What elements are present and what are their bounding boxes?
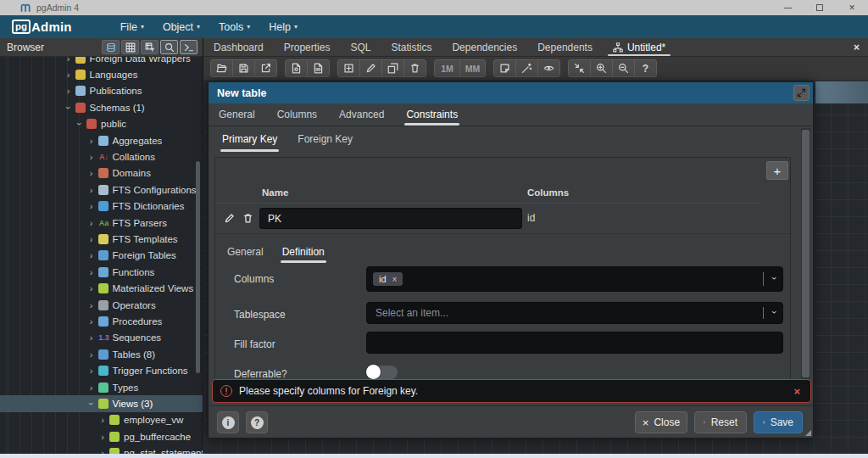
add-note-button[interactable] bbox=[493, 59, 516, 77]
menu-tools[interactable]: Tools▾ bbox=[209, 21, 259, 33]
dialog-header[interactable]: New table bbox=[209, 82, 813, 103]
tree-item-tables-8[interactable]: ›Tables (8) bbox=[0, 346, 203, 362]
menu-object[interactable]: Object▾ bbox=[153, 21, 209, 33]
window-close-button[interactable]: × bbox=[836, 0, 868, 15]
chevron-right-icon[interactable]: › bbox=[86, 136, 97, 146]
chevron-right-icon[interactable]: › bbox=[86, 250, 97, 260]
show-details-button[interactable] bbox=[537, 59, 560, 77]
chevron-down-icon[interactable]: › bbox=[75, 118, 85, 130]
zoom-fit-button[interactable] bbox=[568, 59, 591, 77]
chevron-right-icon[interactable]: › bbox=[86, 152, 97, 162]
tab-statistics[interactable]: Statistics bbox=[381, 38, 442, 56]
sql-help-button[interactable]: i bbox=[217, 411, 239, 433]
edit-node-button[interactable] bbox=[359, 59, 382, 77]
tree-item-foreign-tables[interactable]: ›Foreign Tables bbox=[0, 248, 203, 264]
tree-item-pg-buffercache[interactable]: ›pg_buffercache bbox=[0, 428, 203, 444]
tree-item-types[interactable]: ›Types bbox=[0, 379, 203, 395]
dialog-expand-button[interactable] bbox=[793, 85, 810, 101]
tree-item-foreign-data-wrappers[interactable]: ›Foreign Data Wrappers bbox=[0, 57, 203, 66]
zoom-in-button[interactable] bbox=[590, 59, 613, 77]
tree-item-languages[interactable]: ›Languages bbox=[0, 66, 203, 82]
chevron-right-icon[interactable]: › bbox=[86, 267, 97, 277]
terminal-button[interactable] bbox=[180, 40, 198, 54]
search-button[interactable] bbox=[160, 40, 178, 54]
tree-item-functions[interactable]: ›Functions bbox=[0, 264, 203, 280]
tab-dashboard[interactable]: Dashboard bbox=[203, 38, 274, 56]
help-button[interactable]: ? bbox=[634, 59, 657, 77]
tab-dependents[interactable]: Dependents bbox=[527, 38, 603, 56]
dialog-scrollbar[interactable] bbox=[801, 128, 810, 379]
chevron-right-icon[interactable]: › bbox=[86, 300, 97, 310]
inner-tab-general[interactable]: General bbox=[227, 241, 264, 263]
tablespace-select[interactable]: Select an item... › bbox=[366, 302, 783, 324]
clone-node-button[interactable] bbox=[381, 59, 404, 77]
auto-align-button[interactable] bbox=[515, 59, 538, 77]
tab-close-button[interactable]: × bbox=[845, 38, 868, 56]
chevron-right-icon[interactable]: › bbox=[97, 432, 108, 442]
tab-untitled[interactable]: Untitled* bbox=[603, 38, 676, 56]
chevron-right-icon[interactable]: › bbox=[86, 185, 97, 195]
chevron-down-icon[interactable]: › bbox=[86, 398, 97, 410]
tab-advanced[interactable]: Advanced bbox=[339, 103, 384, 126]
menu-file[interactable]: File▾ bbox=[111, 21, 153, 33]
tree-item-public[interactable]: ›public bbox=[0, 116, 203, 132]
chevron-right-icon[interactable]: › bbox=[86, 168, 97, 178]
tree-item-sequences[interactable]: ›1.3Sequences bbox=[0, 330, 203, 346]
chevron-right-icon[interactable]: › bbox=[86, 218, 97, 228]
add-node-button[interactable] bbox=[337, 59, 360, 77]
delete-node-button[interactable] bbox=[403, 59, 426, 77]
generate-sql-button[interactable] bbox=[285, 59, 308, 77]
save-button[interactable]: Save bbox=[754, 411, 803, 433]
filter-grid-button[interactable] bbox=[141, 40, 159, 54]
chevron-right-icon[interactable]: › bbox=[63, 70, 75, 80]
save-file-button[interactable] bbox=[232, 59, 255, 77]
chevron-down-icon[interactable]: › bbox=[64, 102, 74, 114]
tree-item-trigger-functions[interactable]: ›Trigger Functions bbox=[0, 362, 203, 378]
database-button[interactable] bbox=[102, 40, 120, 54]
deferrable-toggle[interactable] bbox=[366, 366, 398, 379]
inner-tab-definition[interactable]: Definition bbox=[282, 241, 325, 263]
tree-item-employee-vw[interactable]: ›employee_vw bbox=[0, 412, 203, 428]
chevron-right-icon[interactable]: › bbox=[86, 201, 97, 211]
minimize-button[interactable] bbox=[771, 0, 804, 15]
dialog-resize-handle[interactable] bbox=[805, 430, 811, 436]
tab-general[interactable]: General bbox=[219, 103, 255, 126]
tree-item-fts-templates[interactable]: ›FTS Templates bbox=[0, 231, 203, 247]
export-button[interactable] bbox=[254, 59, 277, 77]
menu-help[interactable]: Help▾ bbox=[259, 21, 307, 33]
grid-button[interactable] bbox=[121, 40, 139, 54]
tree-item-schemas-1[interactable]: ›Schemas (1) bbox=[0, 99, 203, 115]
tree-item-operators[interactable]: ›Operators bbox=[0, 297, 203, 313]
reset-button[interactable]: Reset bbox=[694, 411, 747, 433]
browser-scrollbar[interactable] bbox=[196, 161, 200, 373]
chevron-right-icon[interactable]: › bbox=[86, 332, 97, 343]
tree-item-fts-parsers[interactable]: ›AaFTS Parsers bbox=[0, 215, 203, 231]
tree-item-fts-configurations[interactable]: ›FTS Configurations bbox=[0, 182, 203, 198]
chevron-right-icon[interactable]: › bbox=[86, 283, 97, 293]
tree-item-procedures[interactable]: ›Procedures bbox=[0, 313, 203, 329]
dialog-help-button[interactable]: ? bbox=[246, 411, 268, 433]
chevron-right-icon[interactable]: › bbox=[86, 383, 97, 393]
error-close-button[interactable]: × bbox=[793, 385, 800, 398]
open-file-button[interactable] bbox=[210, 59, 233, 77]
close-button[interactable]: ×Close bbox=[635, 411, 687, 433]
one-to-many-button[interactable]: 1M bbox=[434, 59, 460, 77]
edit-row-button[interactable] bbox=[221, 210, 236, 226]
tree-item-fts-dictionaries[interactable]: ›FTS Dictionaries bbox=[0, 198, 203, 215]
chevron-right-icon[interactable]: › bbox=[97, 415, 108, 425]
delete-row-button[interactable] bbox=[240, 210, 255, 226]
constraint-name-input[interactable] bbox=[259, 208, 522, 229]
tree-item-aggregates[interactable]: ›Aggregates bbox=[0, 132, 203, 148]
add-constraint-button[interactable]: + bbox=[766, 161, 788, 180]
tab-constraints[interactable]: Constraints bbox=[406, 103, 458, 126]
chevron-right-icon[interactable]: › bbox=[86, 316, 97, 327]
tree-item-views-3[interactable]: ›Views (3) bbox=[0, 395, 203, 411]
subtab-primary-key[interactable]: Primary Key bbox=[222, 126, 277, 152]
fill-factor-input[interactable] bbox=[366, 332, 783, 354]
chevron-right-icon[interactable]: › bbox=[86, 234, 97, 244]
chevron-right-icon[interactable]: › bbox=[86, 366, 97, 376]
maximize-button[interactable] bbox=[804, 0, 836, 15]
tab-properties[interactable]: Properties bbox=[274, 38, 341, 56]
tree-item-publications[interactable]: ›Publications bbox=[0, 83, 203, 99]
chevron-right-icon[interactable]: › bbox=[63, 57, 75, 64]
